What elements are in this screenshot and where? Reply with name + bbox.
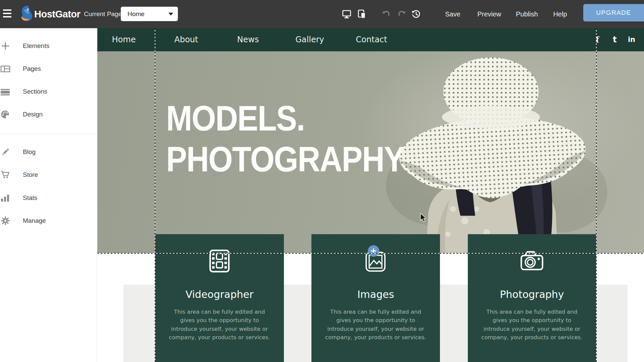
hero-model-photo <box>386 51 644 253</box>
pencil-icon <box>0 147 10 157</box>
card-title: Images <box>357 289 394 300</box>
sidebar-item-label: Sections <box>23 85 47 98</box>
mobile-view-icon[interactable] <box>357 9 367 19</box>
hero-section[interactable]: MODELS. PHOTOGRAPHY <box>97 51 644 253</box>
upgrade-button[interactable]: UPGRADE <box>583 4 644 21</box>
save-button[interactable]: Save <box>445 0 460 28</box>
twitter-icon[interactable]: t <box>613 28 616 51</box>
sidebar-item-label: Stats <box>23 191 37 205</box>
menu-icon[interactable] <box>3 9 12 19</box>
help-button[interactable]: Help <box>553 0 567 28</box>
sidebar-item-stats[interactable]: Stats <box>0 191 97 205</box>
hostgator-logo-icon <box>19 5 34 22</box>
gear-icon <box>0 216 10 226</box>
page-dropdown[interactable]: Home <box>121 7 178 21</box>
card-title: Videographer <box>186 289 254 300</box>
site-nav-gallery[interactable]: Gallery <box>295 28 324 51</box>
sections-icon <box>0 87 10 97</box>
pages-icon <box>0 64 10 74</box>
bar-chart-icon <box>0 193 10 203</box>
desktop-view-icon[interactable] <box>342 9 352 19</box>
preview-button[interactable]: Preview <box>477 0 501 28</box>
sidebar-item-design[interactable]: Design <box>0 108 97 121</box>
sidebar-item-sections[interactable]: Sections <box>0 85 97 98</box>
sidebar-item-label: Store <box>23 168 38 182</box>
plus-icon <box>0 41 10 51</box>
site-nav-about[interactable]: About <box>175 28 198 51</box>
current-page-label: Current Page: <box>84 0 123 28</box>
linkedin-icon[interactable]: in <box>628 28 635 51</box>
sidebar-item-label: Manage <box>23 214 46 227</box>
facebook-icon[interactable]: f <box>596 28 599 51</box>
hero-title-line2: PHOTOGRAPHY <box>166 139 404 179</box>
card-body: This area can be fully edited and gives … <box>167 308 271 342</box>
card-images[interactable]: Images This area can be fully edited and… <box>311 234 440 362</box>
site-nav-news[interactable]: News <box>237 28 259 51</box>
sidebar-item-label: Elements <box>23 39 49 53</box>
sidebar-item-label: Design <box>23 108 43 121</box>
cart-icon <box>0 170 10 180</box>
sidebar-item-label: Pages <box>23 62 41 75</box>
history-icon[interactable] <box>411 9 421 19</box>
film-icon <box>206 248 233 274</box>
undo-icon[interactable] <box>381 9 391 19</box>
builder-sidebar: Elements Pages Sections Design <box>0 28 97 362</box>
sidebar-item-label: Blog <box>23 145 36 159</box>
top-toolbar: HostGator Current Page: Home Save P <box>0 0 644 28</box>
site-nav-home[interactable]: Home <box>112 28 136 51</box>
sidebar-item-pages[interactable]: Pages <box>0 62 97 75</box>
card-title: Photography <box>500 289 564 300</box>
site-nav-contact[interactable]: Contact <box>356 28 387 51</box>
sidebar-item-blog[interactable]: Blog <box>0 145 97 159</box>
sidebar-item-elements[interactable]: Elements <box>0 39 97 53</box>
sidebar-item-manage[interactable]: Manage <box>0 214 97 227</box>
publish-button[interactable]: Publish <box>516 0 538 28</box>
add-image-badge-icon[interactable] <box>368 245 379 257</box>
palette-icon <box>0 109 10 119</box>
site-canvas: Home About News Gallery Contact f t in <box>97 28 644 362</box>
page-dropdown-value: Home <box>128 7 145 21</box>
hero-title-line1: MODELS. <box>166 98 305 139</box>
camera-icon <box>519 248 545 274</box>
card-body: This area can be fully edited and gives … <box>480 308 584 342</box>
redo-icon[interactable] <box>397 9 407 19</box>
card-body: This area can be fully edited and gives … <box>324 308 428 342</box>
sidebar-divider <box>0 134 97 134</box>
card-videographer[interactable]: Videographer This area can be fully edit… <box>155 234 284 362</box>
site-navbar: Home About News Gallery Contact f t in <box>97 28 644 51</box>
hostgator-builder-window: HostGator Current Page: Home Save P <box>0 0 644 362</box>
card-photography[interactable]: Photography This area can be fully edite… <box>468 234 596 362</box>
chevron-down-icon <box>168 13 173 15</box>
sidebar-item-store[interactable]: Store <box>0 168 97 182</box>
brand-title: HostGator <box>34 0 80 28</box>
